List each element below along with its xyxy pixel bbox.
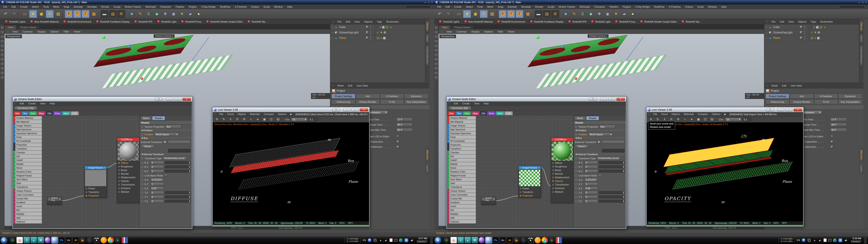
visibility-dots-icon[interactable]: ●● bbox=[370, 36, 374, 40]
attribute-tab[interactable]: Info bbox=[790, 94, 813, 98]
toolbar-icon[interactable]: Y bbox=[73, 10, 81, 18]
menu-item[interactable]: RealFlow bbox=[652, 5, 666, 8]
redshift-toolbar-button[interactable]: Redshift Light bbox=[589, 19, 613, 24]
layer-chip-icon[interactable] bbox=[800, 31, 803, 34]
viewer-tool-icon[interactable]: R bbox=[669, 118, 674, 122]
value-spinner[interactable]: 0.25↕ bbox=[151, 187, 164, 190]
image-texture-node[interactable]: ▼ ImageTexture Power bbox=[84, 165, 107, 198]
port-dot[interactable] bbox=[118, 187, 120, 189]
node-list-item[interactable]: Image Texture bbox=[13, 124, 42, 127]
taskbar-app-icon[interactable]: 3 bbox=[24, 237, 30, 243]
tray-icon[interactable] bbox=[394, 239, 397, 242]
node-category-tab[interactable]: Ems bbox=[53, 111, 61, 115]
oct-diffuse-node[interactable]: ▼ OctDiffuse Diffuse bbox=[117, 138, 140, 203]
tray-icon[interactable] bbox=[838, 238, 842, 242]
tray-icon[interactable]: ? bbox=[802, 238, 806, 242]
menu-item[interactable]: Mesh bbox=[485, 5, 495, 8]
port-dot[interactable] bbox=[552, 173, 554, 175]
node-list-item[interactable]: Cosine Mix bbox=[13, 197, 42, 201]
attribute-tab[interactable]: To Do bbox=[380, 99, 404, 104]
param-radio[interactable] bbox=[141, 183, 143, 185]
side-tool-icon[interactable] bbox=[0, 67, 4, 70]
redshift-toolbar-button[interactable]: Redshift Lights bbox=[437, 19, 462, 24]
expand-toggle-icon[interactable]: ─ bbox=[332, 26, 334, 29]
toolbar-icon[interactable]: ▤ bbox=[543, 10, 551, 18]
toolbar-icon[interactable] bbox=[532, 10, 534, 18]
object-manager-menu-item[interactable]: Tags bbox=[375, 20, 384, 23]
taskbar-app-icon[interactable]: ∩ bbox=[87, 237, 93, 243]
value-slider[interactable] bbox=[165, 191, 191, 194]
node-input-port[interactable]: Power bbox=[85, 187, 107, 190]
port-dot[interactable] bbox=[118, 166, 120, 167]
texture-projection-value[interactable]: Box bbox=[599, 125, 615, 128]
node-editor-titlebar[interactable]: Octane Node Editor ❐ — □ × bbox=[447, 97, 626, 101]
object-manager-menu-item[interactable]: Bookmarks bbox=[384, 20, 401, 23]
node-list-item[interactable]: Octane Material bbox=[447, 116, 476, 120]
viewport-tab[interactable]: View bbox=[438, 25, 451, 29]
value-slider[interactable] bbox=[165, 170, 191, 173]
side-tool-icon[interactable] bbox=[0, 76, 4, 80]
maximize-button[interactable]: □ bbox=[428, 1, 430, 4]
node-list-item[interactable]: Marble bbox=[447, 162, 476, 166]
vertical-tab[interactable]: Objects bbox=[860, 20, 863, 32]
value-slider[interactable] bbox=[599, 200, 625, 203]
node-input-port[interactable]: Displacement bbox=[117, 176, 139, 179]
output-port[interactable] bbox=[104, 167, 106, 169]
side-tool-icon[interactable] bbox=[434, 62, 438, 66]
node-category-tab[interactable]: Oth bbox=[46, 111, 53, 115]
redshift-toolbar-button[interactable]: Redshift IPR bbox=[566, 19, 589, 24]
field-value[interactable]: 90 F↕ bbox=[396, 123, 412, 126]
port-dot[interactable] bbox=[552, 180, 554, 182]
value-spinner[interactable]: 0↕ bbox=[151, 161, 164, 164]
checkbox[interactable]: ✔ bbox=[830, 140, 833, 143]
taskbar-app-icon[interactable] bbox=[486, 237, 492, 243]
toolbar-icon[interactable]: ⚙ bbox=[551, 10, 559, 18]
group-header[interactable]: ▼Internal Transform bbox=[140, 153, 192, 156]
toolbar-icon[interactable]: ▨ bbox=[488, 10, 496, 18]
viewer-tool-icon[interactable]: ◖ bbox=[682, 118, 687, 122]
side-tool-icon[interactable] bbox=[434, 67, 438, 70]
node-input-port[interactable]: Transmission bbox=[551, 183, 573, 186]
object-name[interactable]: OctaneDayLight bbox=[773, 31, 800, 34]
layer-chip-icon[interactable] bbox=[366, 26, 369, 28]
dock-button[interactable]: ❐ bbox=[155, 98, 162, 101]
viewer-tool-icon[interactable]: ‖ bbox=[228, 118, 233, 122]
dock-button[interactable]: ❐ bbox=[589, 98, 596, 101]
live-viewer-titlebar[interactable]: Live Viewer 3.06 ❐ — □ × bbox=[647, 108, 803, 112]
side-tool-icon[interactable] bbox=[0, 62, 4, 66]
port-dot[interactable] bbox=[520, 195, 521, 196]
param-radio[interactable] bbox=[141, 133, 143, 135]
value-spinner[interactable]: 0↕ bbox=[585, 191, 598, 194]
tray-icon[interactable]: EN bbox=[796, 238, 800, 242]
toolbar-icon[interactable]: ▭ bbox=[21, 10, 29, 18]
attribute-tab[interactable]: Dynamics bbox=[404, 94, 428, 98]
taskbar-app-icon[interactable] bbox=[44, 237, 51, 243]
layer-chip-icon[interactable] bbox=[366, 31, 369, 34]
menu-item[interactable]: Motion Tracker bbox=[123, 5, 143, 8]
node-input-port[interactable]: Roughness bbox=[551, 165, 573, 168]
node-list-item[interactable]: Projection bbox=[13, 143, 42, 147]
node-list-item[interactable]: Noise bbox=[13, 166, 42, 170]
toolbar-icon[interactable]: ✚ bbox=[29, 10, 37, 18]
redshift-toolbar-button[interactable]: Redshift Sky bbox=[245, 19, 268, 24]
menu-item[interactable]: Tools bbox=[41, 5, 51, 8]
close-button[interactable]: × bbox=[360, 108, 368, 111]
attribute-menu-item[interactable]: Edit bbox=[780, 84, 788, 87]
menu-item[interactable]: Simulate bbox=[519, 5, 532, 8]
value-spinner[interactable]: 2.371374↕ bbox=[585, 178, 598, 181]
position-dropdown[interactable]: World Space▾ bbox=[588, 133, 613, 136]
port-dot[interactable] bbox=[552, 184, 554, 185]
menu-item[interactable]: Window bbox=[272, 5, 285, 8]
node-input-port[interactable]: Opacity bbox=[117, 179, 139, 183]
visibility-dots-icon[interactable]: ●● bbox=[804, 36, 808, 40]
toolbar-icon[interactable]: ▦ bbox=[524, 10, 532, 18]
node-list-item[interactable]: Gradient bbox=[13, 201, 42, 204]
live-viewer-menu-item[interactable]: File bbox=[218, 113, 225, 116]
node-category-tab[interactable]: Med bbox=[62, 111, 70, 115]
attribute-menu-item[interactable]: Mode bbox=[336, 84, 346, 87]
toolbar-icon[interactable]: ❖ bbox=[595, 10, 603, 18]
port-dot[interactable] bbox=[552, 170, 554, 171]
value-spinner[interactable]: 0↕ bbox=[585, 161, 598, 164]
value-spinner[interactable]: 0↕ bbox=[151, 170, 164, 173]
side-tool-icon[interactable] bbox=[0, 44, 4, 48]
